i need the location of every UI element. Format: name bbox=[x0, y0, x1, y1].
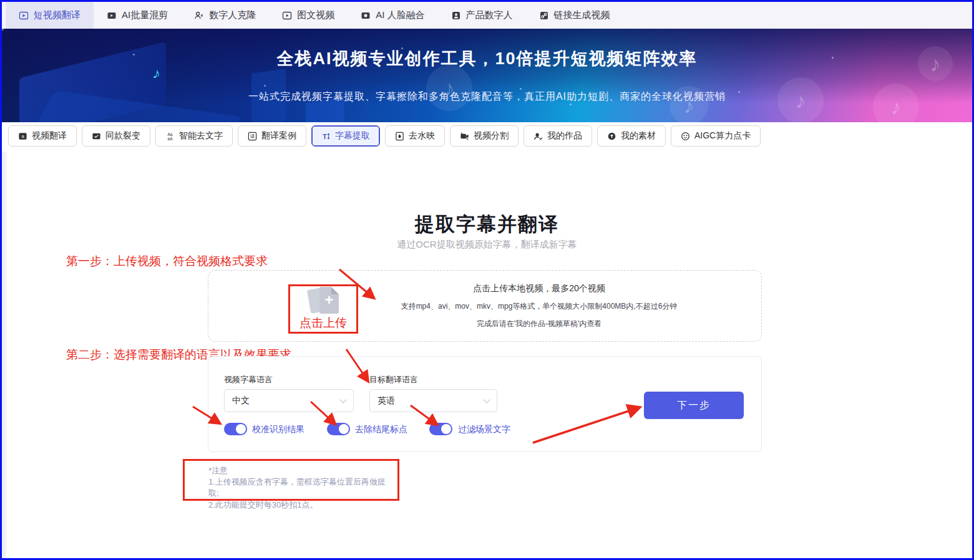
hero-title: 全栈AI视频专业创作工具，10倍提升短视频矩阵效率 bbox=[2, 47, 972, 70]
svg-text:T: T bbox=[323, 132, 327, 140]
chevron-down-icon bbox=[483, 396, 490, 403]
upload-hint-line3: 完成后请在'我的作品-视频草稿'内查看 bbox=[364, 319, 714, 329]
notice-title: *注意 bbox=[208, 465, 392, 476]
product-digital-human-icon bbox=[451, 11, 461, 21]
app-window: 短视频翻译 AI批量混剪 数字人克隆 图文视频 AI 人脸融合 产品数字人 链接… bbox=[0, 0, 974, 560]
toggle-remove-trailing-punctuation[interactable] bbox=[327, 423, 350, 435]
same-style-fission-icon bbox=[92, 132, 101, 141]
toolbar-label: 我的作品 bbox=[547, 130, 582, 142]
toolbar-label: AIGC算力点卡 bbox=[694, 130, 751, 142]
chevron-down-icon bbox=[339, 396, 346, 403]
source-language-select[interactable]: 中文 bbox=[224, 389, 354, 412]
link-generate-video-icon bbox=[539, 11, 549, 21]
toolbar-label: 视频翻译 bbox=[32, 130, 67, 142]
topnav-label: 产品数字人 bbox=[466, 9, 513, 21]
target-language-value: 英语 bbox=[377, 395, 395, 407]
target-language-select[interactable]: 英语 bbox=[369, 389, 497, 412]
feature-toolbar: a 视频翻译 同款裂变 AaaA 智能去文字 译 翻译案例 T 字幕提取 去水映… bbox=[2, 122, 972, 150]
toolbar-label: 智能去文字 bbox=[179, 130, 223, 142]
toolbar-label: 去水映 bbox=[409, 130, 435, 142]
toolbar-video-split[interactable]: 视频分割 bbox=[450, 125, 519, 147]
source-language-value: 中文 bbox=[232, 395, 250, 407]
notice-line2: 2.此功能提交时每30秒扣1点。 bbox=[208, 500, 392, 511]
toggle-calibrate-recognition[interactable] bbox=[224, 423, 247, 435]
ai-batch-remix-icon bbox=[107, 11, 117, 21]
toolbar-label: 字幕提取 bbox=[335, 130, 370, 142]
topnav-product-digital-human[interactable]: 产品数字人 bbox=[438, 2, 526, 29]
source-language-label: 视频字幕语言 bbox=[224, 374, 273, 385]
toggle-filter-scene-text[interactable] bbox=[429, 423, 452, 435]
short-video-translate-icon bbox=[19, 11, 29, 21]
plus-icon: + bbox=[319, 293, 339, 307]
toolbar-same-style-fission[interactable]: 同款裂变 bbox=[82, 125, 150, 147]
next-step-button[interactable]: 下一步 bbox=[644, 392, 744, 419]
hero-subtitle: 一站式完成视频字幕提取、字幕擦除和多角色克隆配音等，真正用AI助力短剧、商家的全… bbox=[2, 90, 972, 104]
image-text-video-icon bbox=[282, 11, 292, 21]
toolbar-label: 视频分割 bbox=[474, 130, 509, 142]
upload-annotation-box: + 点击上传 bbox=[288, 284, 358, 334]
topnav-label: 链接生成视频 bbox=[554, 9, 610, 21]
hero-banner: ♪ ♪ ♪ ♪ ♪ ♪ 全栈AI视频专业创作工具，10倍提升短视频矩阵效率 一站… bbox=[2, 29, 972, 122]
topnav-link-generate-video[interactable]: 链接生成视频 bbox=[526, 2, 623, 29]
topnav-image-text-video[interactable]: 图文视频 bbox=[269, 2, 348, 29]
subtitle-extract-icon: T bbox=[321, 132, 331, 141]
toggle-calibrate-label: 校准识别结果 bbox=[252, 424, 304, 435]
topnav-ai-batch-remix[interactable]: AI批量混剪 bbox=[94, 2, 181, 29]
translation-case-icon: 译 bbox=[248, 132, 257, 141]
upload-hint-line2: 支持mp4、avi、mov、mkv、mpg等格式，单个视频大小限制400MB内,… bbox=[364, 301, 714, 312]
notice-box: *注意 1.上传视频应含有字幕，需框选字幕位置后再做提取; 2.此功能提交时每3… bbox=[183, 459, 399, 501]
topnav-short-video-translate[interactable]: 短视频翻译 bbox=[6, 2, 94, 29]
watermark-removal-icon bbox=[395, 132, 404, 141]
translate-options-card: 视频字幕语言 目标翻译语言 中文 英语 校准识别结果 去除结尾标点 过滤场景文字… bbox=[208, 356, 762, 452]
toolbar-label: 翻译案例 bbox=[261, 130, 296, 142]
notice-line1: 1.上传视频应含有字幕，需框选字幕位置后再做提取; bbox=[208, 476, 392, 499]
step1-label: 第一步：上传视频，符合视频格式要求 bbox=[66, 253, 268, 269]
toolbar-video-translate[interactable]: a 视频翻译 bbox=[8, 125, 77, 147]
top-navigation: 短视频翻译 AI批量混剪 数字人克隆 图文视频 AI 人脸融合 产品数字人 链接… bbox=[2, 2, 972, 29]
toolbar-label: 同款裂变 bbox=[105, 130, 140, 142]
svg-text:译: 译 bbox=[250, 133, 255, 139]
toggle-scene-text-label: 过滤场景文字 bbox=[458, 424, 510, 435]
topnav-label: 数字人克隆 bbox=[209, 9, 256, 21]
toolbar-subtitle-extract[interactable]: T 字幕提取 bbox=[311, 125, 380, 147]
sparkle-dots bbox=[2, 29, 972, 122]
toggle-punctuation-label: 去除结尾标点 bbox=[355, 424, 407, 435]
my-works-icon bbox=[533, 132, 543, 141]
topnav-digital-human-clone[interactable]: 数字人克隆 bbox=[181, 2, 269, 29]
upload-hints: 点击上传本地视频，最多20个视频 支持mp4、avi、mov、mkv、mpg等格… bbox=[364, 271, 714, 341]
toolbar-smart-text-removal[interactable]: AaaA 智能去文字 bbox=[155, 125, 233, 147]
toolbar-watermark-removal[interactable]: 去水映 bbox=[385, 125, 445, 147]
toolbar-my-works[interactable]: 我的作品 bbox=[524, 125, 592, 147]
topnav-label: AI批量混剪 bbox=[122, 9, 168, 21]
digital-human-clone-icon bbox=[194, 11, 204, 21]
video-split-icon bbox=[460, 132, 469, 141]
smart-text-removal-icon: AaaA bbox=[165, 132, 175, 141]
topnav-label: 图文视频 bbox=[297, 9, 334, 21]
page-title: 提取字幕并翻译 bbox=[2, 211, 972, 238]
upload-hint-line1: 点击上传本地视频，最多20个视频 bbox=[364, 283, 714, 294]
topnav-label: AI 人脸融合 bbox=[376, 9, 424, 21]
toolbar-my-assets[interactable]: 我的素材 bbox=[597, 125, 666, 147]
svg-text:aA: aA bbox=[167, 136, 173, 140]
my-assets-icon bbox=[607, 132, 616, 141]
ai-face-fusion-icon bbox=[361, 11, 371, 21]
aigc-credits-icon bbox=[681, 132, 690, 141]
toolbar-label: 我的素材 bbox=[621, 130, 656, 142]
toolbar-aigc-credits[interactable]: AIGC算力点卡 bbox=[671, 125, 761, 147]
file-plus-icon: + bbox=[319, 287, 339, 314]
topnav-label: 短视频翻译 bbox=[34, 9, 80, 21]
page-subtitle: 通过OCR提取视频原始字幕，翻译成新字幕 bbox=[2, 239, 972, 251]
upload-dropzone[interactable]: + 点击上传 点击上传本地视频，最多20个视频 支持mp4、avi、mov、mk… bbox=[208, 270, 762, 342]
video-translate-icon: a bbox=[18, 132, 27, 141]
upload-button-label[interactable]: 点击上传 bbox=[290, 315, 356, 331]
toolbar-translation-case[interactable]: 译 翻译案例 bbox=[238, 125, 306, 147]
target-language-label: 目标翻译语言 bbox=[369, 374, 418, 385]
topnav-ai-face-fusion[interactable]: AI 人脸融合 bbox=[348, 2, 437, 29]
